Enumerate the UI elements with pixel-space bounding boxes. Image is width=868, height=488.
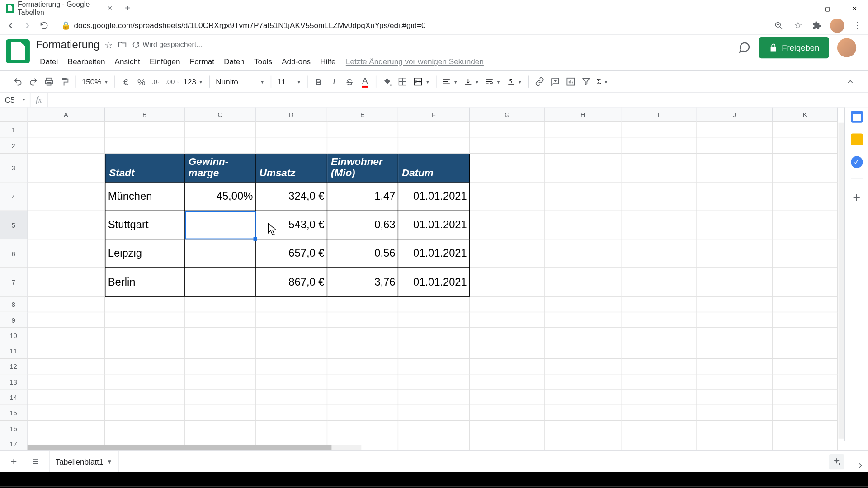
cell[interactable]: Gewinn- marge [185, 154, 256, 182]
cell[interactable] [773, 359, 838, 374]
row-header[interactable]: 7 [0, 268, 28, 297]
cell[interactable] [28, 183, 105, 211]
tasks-icon[interactable] [851, 156, 863, 168]
cell[interactable] [773, 405, 838, 421]
cell[interactable] [621, 436, 696, 452]
menu-file[interactable]: Datei [36, 56, 62, 67]
h-align-button[interactable]: ▼ [440, 77, 461, 85]
cell[interactable] [185, 405, 256, 421]
cell[interactable] [773, 390, 838, 405]
row-header[interactable]: 3 [0, 154, 28, 182]
cell[interactable]: Umsatz [256, 154, 327, 182]
cell[interactable] [470, 343, 545, 359]
cell[interactable] [398, 436, 470, 452]
cell[interactable]: 01.01.2021 [398, 211, 470, 239]
menu-format[interactable]: Format [185, 56, 218, 67]
cell[interactable] [185, 421, 256, 436]
cell[interactable]: Einwohner (Mio) [327, 154, 398, 182]
cell[interactable] [545, 268, 622, 297]
fill-color-button[interactable] [380, 75, 394, 89]
percent-button[interactable]: % [134, 75, 149, 89]
cell[interactable] [621, 297, 696, 312]
cell[interactable] [621, 138, 696, 154]
menu-help[interactable]: Hilfe [316, 56, 340, 67]
share-button[interactable]: Freigeben [759, 37, 829, 58]
menu-tools[interactable]: Tools [250, 56, 277, 67]
cell[interactable] [545, 405, 622, 421]
column-header[interactable]: C [185, 107, 256, 122]
cell[interactable] [398, 421, 470, 436]
cell[interactable] [545, 297, 622, 312]
cell[interactable] [185, 297, 256, 312]
cell[interactable] [28, 328, 105, 343]
bookmark-icon[interactable]: ☆ [792, 19, 804, 31]
cell[interactable] [256, 374, 327, 389]
name-box[interactable]: C5▼ [0, 95, 30, 104]
cell[interactable] [327, 328, 398, 343]
browser-tab[interactable]: Formatierung - Google Tabellen × [0, 0, 119, 17]
cell[interactable] [621, 421, 696, 436]
cell[interactable] [398, 343, 470, 359]
row-header[interactable]: 2 [0, 138, 28, 154]
cell[interactable]: 3,76 [327, 268, 398, 297]
zoom-select[interactable]: 150%▼ [79, 77, 111, 86]
cell[interactable] [545, 421, 622, 436]
cell[interactable] [398, 328, 470, 343]
menu-edit[interactable]: Bearbeiten [63, 56, 109, 67]
cell[interactable] [470, 405, 545, 421]
cell[interactable]: 01.01.2021 [398, 183, 470, 211]
cell[interactable]: Datum [398, 154, 470, 182]
zoom-icon[interactable] [773, 19, 784, 31]
cell[interactable] [398, 297, 470, 312]
cell[interactable] [773, 312, 838, 328]
cell[interactable] [621, 312, 696, 328]
cell[interactable] [185, 268, 256, 297]
cell[interactable] [470, 390, 545, 405]
cell[interactable] [697, 343, 773, 359]
star-icon[interactable]: ☆ [104, 39, 113, 50]
close-tab-icon[interactable]: × [106, 4, 113, 12]
cell[interactable]: 867,0 € [256, 268, 327, 297]
paint-format-button[interactable] [57, 75, 72, 89]
cell[interactable] [327, 390, 398, 405]
insert-comment-button[interactable] [548, 75, 562, 89]
cell[interactable] [470, 122, 545, 138]
cell[interactable] [398, 374, 470, 389]
row-header[interactable]: 14 [0, 390, 28, 405]
cell[interactable] [545, 154, 622, 182]
column-header[interactable]: K [773, 107, 838, 122]
chrome-profile-avatar[interactable] [830, 18, 844, 33]
cell[interactable] [185, 239, 256, 268]
cell[interactable] [105, 297, 185, 312]
move-icon[interactable] [118, 40, 127, 49]
cell[interactable] [105, 138, 185, 154]
strikethrough-button[interactable]: S [342, 75, 357, 89]
cell[interactable] [185, 359, 256, 374]
horizontal-scrollbar[interactable] [28, 445, 362, 450]
cell[interactable] [327, 312, 398, 328]
cell[interactable] [398, 122, 470, 138]
insert-chart-button[interactable] [563, 75, 578, 89]
cell[interactable] [545, 343, 622, 359]
cell[interactable] [28, 312, 105, 328]
cell[interactable] [28, 359, 105, 374]
number-format-select[interactable]: 123▼ [181, 77, 206, 86]
calendar-icon[interactable] [851, 111, 863, 122]
cell[interactable] [327, 374, 398, 389]
comments-icon[interactable] [738, 41, 751, 54]
cell[interactable] [185, 122, 256, 138]
collapse-toolbar-button[interactable] [843, 75, 858, 89]
insert-link-button[interactable] [533, 75, 547, 89]
cell[interactable] [621, 211, 696, 239]
decrease-decimal-button[interactable]: .0← [150, 75, 164, 89]
cell[interactable] [697, 138, 773, 154]
menu-view[interactable]: Ansicht [110, 56, 144, 67]
vertical-scrollbar[interactable] [839, 123, 844, 439]
cell[interactable] [697, 359, 773, 374]
cell[interactable] [256, 390, 327, 405]
cell[interactable] [697, 390, 773, 405]
cell[interactable] [773, 183, 838, 211]
cell[interactable] [773, 436, 838, 452]
cell[interactable] [28, 343, 105, 359]
all-sheets-button[interactable]: ≡ [28, 455, 43, 468]
